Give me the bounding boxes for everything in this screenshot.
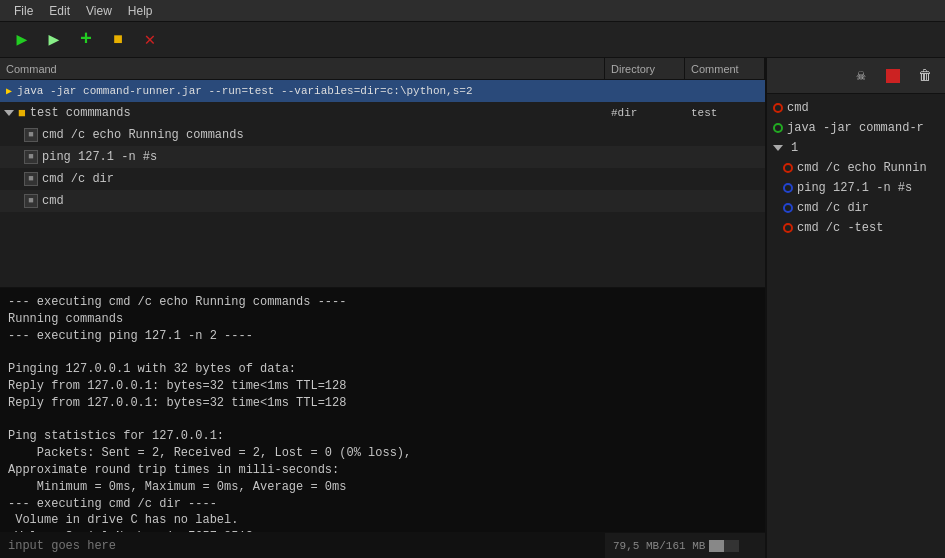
- sub-cmd-text-0: cmd /c echo Running commands: [42, 128, 244, 142]
- output-line: Reply from 127.0.0.1: bytes=32 time<1ms …: [8, 395, 757, 412]
- sub-cmd-text-3: cmd: [42, 194, 64, 208]
- col-command: Command: [0, 58, 605, 79]
- col-directory: Directory: [605, 58, 685, 79]
- folder-button[interactable]: ■: [104, 27, 132, 53]
- output-line: Minimum = 0ms, Maximum = 0ms, Average = …: [8, 479, 757, 496]
- output-line: Pinging 127.0.0.1 with 32 bytes of data:: [8, 361, 757, 378]
- right-toolbar: ☠ 🗑: [767, 58, 945, 94]
- circle-green-icon: [773, 123, 783, 133]
- group-comment: test: [685, 107, 765, 119]
- rtree-dir[interactable]: cmd /c dir: [767, 198, 945, 218]
- group-dir: #dir: [605, 107, 685, 119]
- rtree-cmd-label: cmd: [787, 101, 809, 115]
- sub-cmd-icon-0: ■: [24, 128, 38, 142]
- active-command-row[interactable]: ▶ java -jar command-runner.jar --run=tes…: [0, 80, 765, 102]
- rtree-test-label: cmd /c -test: [797, 221, 883, 235]
- right-panel: ☠ 🗑 cmd java -jar command-r: [765, 58, 945, 558]
- sub-cmd-text-2: cmd /c dir: [42, 172, 114, 186]
- rtree-java-label: java -jar command-r: [787, 121, 924, 135]
- memory-text: 79,5 MB/161 MB: [613, 540, 705, 552]
- group-name: test commmands: [30, 106, 131, 120]
- input-bar: 79,5 MB/161 MB: [0, 532, 765, 558]
- sub-cmd-icon-1: ■: [24, 150, 38, 164]
- command-table-area: Command Directory Comment ▶ java -jar co…: [0, 58, 765, 288]
- stop-icon: [886, 69, 900, 83]
- memory-bar-bg: [709, 540, 739, 552]
- right-trash-button[interactable]: 🗑: [911, 63, 939, 89]
- output-line: Packets: Sent = 2, Received = 2, Lost = …: [8, 445, 757, 462]
- left-panel: Command Directory Comment ▶ java -jar co…: [0, 58, 765, 558]
- toolbar: ▶ ▶ + ■ ✕: [0, 22, 945, 58]
- rtree-ping-label: ping 127.1 -n #s: [797, 181, 912, 195]
- trash-icon: 🗑: [918, 68, 932, 84]
- main-area: Command Directory Comment ▶ java -jar co…: [0, 58, 945, 558]
- sub-cmd-3[interactable]: ■ cmd: [0, 190, 765, 212]
- rtree-ping-icon: [783, 183, 793, 193]
- sub-cmd-label-0: ■ cmd /c echo Running commands: [20, 128, 605, 142]
- sub-cmd-icon-3: ■: [24, 194, 38, 208]
- rtree-java[interactable]: java -jar command-r: [767, 118, 945, 138]
- rtree-echo-icon: [783, 163, 793, 173]
- skull-icon: ☠: [856, 66, 865, 85]
- add-button[interactable]: +: [72, 27, 100, 53]
- stop-button[interactable]: ✕: [136, 27, 164, 53]
- run-button[interactable]: ▶: [8, 27, 36, 53]
- skull-button[interactable]: ☠: [847, 63, 875, 89]
- output-line: Volume in drive C has no label.: [8, 512, 757, 529]
- sub-cmd-0[interactable]: ■ cmd /c echo Running commands: [0, 124, 765, 146]
- group-folder-icon: ■: [18, 106, 26, 121]
- output-line: Approximate round trip times in milli-se…: [8, 462, 757, 479]
- sub-cmd-label-2: ■ cmd /c dir: [20, 172, 605, 186]
- rtree-group1-label: 1: [791, 141, 798, 155]
- sub-cmd-2[interactable]: ■ cmd /c dir: [0, 168, 765, 190]
- rtree-expand-icon[interactable]: [773, 145, 783, 151]
- sub-cmd-text-1: ping 127.1 -n #s: [42, 150, 157, 164]
- active-row-icon: ▶: [6, 85, 12, 97]
- right-tree: cmd java -jar command-r 1 cmd /c echo Ru…: [767, 94, 945, 558]
- group-row-label: ■ test commmands: [0, 106, 605, 121]
- menu-view[interactable]: View: [78, 2, 120, 20]
- rtree-test-icon: [783, 223, 793, 233]
- rtree-dir-label: cmd /c dir: [797, 201, 869, 215]
- active-command-text: java -jar command-runner.jar --run=test …: [17, 85, 472, 97]
- rtree-test[interactable]: cmd /c -test: [767, 218, 945, 238]
- output-area: --- executing cmd /c echo Running comman…: [0, 288, 765, 532]
- menu-file[interactable]: File: [6, 2, 41, 20]
- status-bar: 79,5 MB/161 MB: [605, 540, 765, 552]
- col-comment: Comment: [685, 58, 765, 79]
- command-table-header: Command Directory Comment: [0, 58, 765, 80]
- output-line: --- executing cmd /c echo Running comman…: [8, 294, 757, 311]
- output-line: Reply from 127.0.0.1: bytes=32 time<1ms …: [8, 378, 757, 395]
- rtree-echo[interactable]: cmd /c echo Runnin: [767, 158, 945, 178]
- menubar: File Edit View Help: [0, 0, 945, 22]
- right-stop-button[interactable]: [879, 63, 907, 89]
- menu-help[interactable]: Help: [120, 2, 161, 20]
- memory-bar-fill: [709, 540, 724, 552]
- sub-cmd-1[interactable]: ■ ping 127.1 -n #s: [0, 146, 765, 168]
- output-lines: --- executing cmd /c echo Running comman…: [8, 294, 757, 532]
- output-line: [8, 344, 757, 361]
- expand-icon[interactable]: [4, 110, 14, 116]
- rtree-echo-label: cmd /c echo Runnin: [797, 161, 927, 175]
- output-line: --- executing cmd /c dir ----: [8, 496, 757, 513]
- sub-cmd-icon-2: ■: [24, 172, 38, 186]
- sub-cmd-label-3: ■ cmd: [20, 194, 605, 208]
- command-rows: ▶ java -jar command-runner.jar --run=tes…: [0, 80, 765, 287]
- rtree-ping[interactable]: ping 127.1 -n #s: [767, 178, 945, 198]
- menu-edit[interactable]: Edit: [41, 2, 78, 20]
- command-input[interactable]: [0, 533, 605, 558]
- circle-red-icon: [773, 103, 783, 113]
- run-step-button[interactable]: ▶: [40, 27, 68, 53]
- rtree-cmd[interactable]: cmd: [767, 98, 945, 118]
- rtree-dir-icon: [783, 203, 793, 213]
- output-line: [8, 412, 757, 429]
- output-line: Running commands: [8, 311, 757, 328]
- rtree-group1[interactable]: 1: [767, 138, 945, 158]
- output-line: --- executing ping 127.1 -n 2 ----: [8, 328, 757, 345]
- group-row[interactable]: ■ test commmands #dir test: [0, 102, 765, 124]
- sub-cmd-label-1: ■ ping 127.1 -n #s: [20, 150, 605, 164]
- output-line: Ping statistics for 127.0.0.1:: [8, 428, 757, 445]
